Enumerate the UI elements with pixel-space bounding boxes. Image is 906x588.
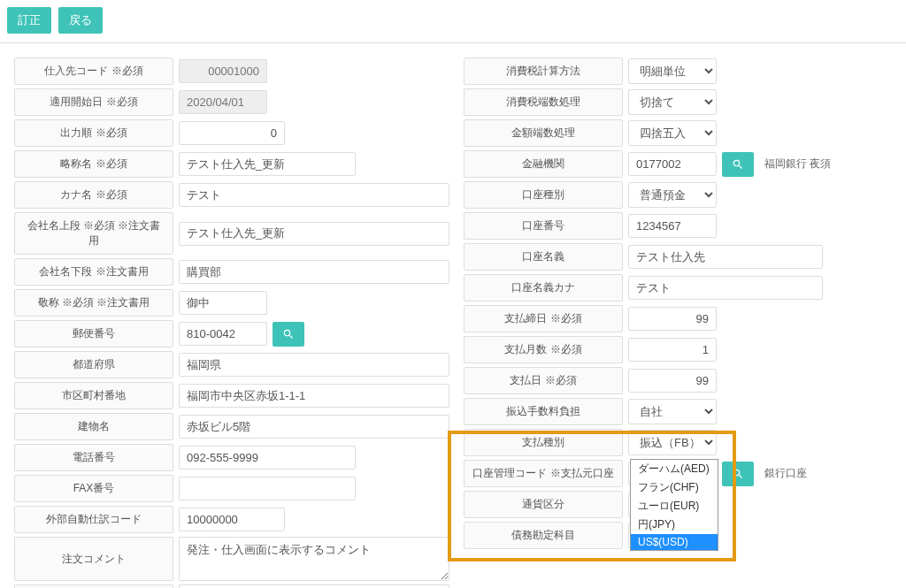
journal-code-input[interactable]: [179, 508, 285, 531]
account-kana-label: 口座名義カナ: [464, 274, 623, 302]
order-comment-input[interactable]: [179, 537, 449, 581]
right-column: 消費税計算方法 明細単位 消費税端数処理 切捨て 金額端数処理 四捨五入 金融機…: [464, 57, 899, 588]
phone-label: 電話番号: [14, 444, 173, 471]
company-lower-input[interactable]: [179, 260, 449, 284]
search-icon: [282, 328, 295, 340]
tax-rounding-select[interactable]: 切捨て: [628, 89, 717, 115]
pay-close-day-input[interactable]: [628, 307, 717, 331]
account-name-label: 口座名義: [464, 243, 623, 271]
prefecture-label: 都道府県: [14, 351, 173, 378]
account-mgmt-search-button[interactable]: [722, 462, 754, 486]
account-mgmt-label: 口座管理コード ※支払元口座: [464, 460, 623, 487]
bank-label: 金融機関: [464, 150, 623, 178]
search-icon: [732, 158, 744, 171]
start-date-label: 適用開始日 ※必須: [14, 88, 173, 116]
account-kana-input[interactable]: [628, 276, 823, 300]
tax-rounding-label: 消費税端数処理: [464, 88, 623, 116]
company-upper-label: 会社名上段 ※必須 ※注文書用: [14, 212, 173, 255]
currency-dropdown-list[interactable]: ダーハム(AED) フラン(CHF) ユーロ(EUR) 円(JPY) US$(U…: [630, 459, 718, 551]
fax-input[interactable]: [179, 477, 356, 500]
postal-search-button[interactable]: [273, 322, 304, 347]
honorific-input[interactable]: [179, 291, 267, 315]
supplier-code-label: 仕入先コード ※必須: [14, 57, 173, 85]
left-column: 仕入先コード ※必須 適用開始日 ※必須 出力順 ※必須 略称名 ※必須 カナ名…: [14, 57, 449, 588]
account-type-select[interactable]: 普通預金: [628, 182, 717, 208]
pay-months-input[interactable]: [628, 338, 717, 362]
kana-name-input[interactable]: [179, 183, 449, 207]
fee-bearer-select[interactable]: 自社: [628, 399, 717, 424]
correct-button[interactable]: 訂正: [7, 7, 51, 34]
tax-calc-select[interactable]: 明細単位: [628, 58, 717, 84]
bank-input[interactable]: [628, 152, 717, 176]
pay-day-input[interactable]: [628, 369, 717, 393]
account-no-input[interactable]: [628, 214, 717, 238]
city-input[interactable]: [179, 384, 449, 408]
start-date-input: [179, 90, 267, 114]
building-label: 建物名: [14, 413, 173, 440]
amount-rounding-label: 金額端数処理: [464, 119, 623, 147]
currency-label: 通貨区分: [464, 491, 623, 518]
currency-option[interactable]: ユーロ(EUR): [631, 497, 718, 515]
supplier-comment1-label: 仕入先コメント1: [14, 584, 173, 588]
company-upper-input[interactable]: [179, 222, 449, 246]
city-label: 市区町村番地: [14, 382, 173, 409]
pay-type-select[interactable]: 振込（FB）: [628, 430, 717, 455]
currency-option[interactable]: 円(JPY): [631, 515, 718, 534]
account-name-input[interactable]: [628, 245, 823, 269]
supplier-code-input: [179, 59, 267, 83]
amount-rounding-select[interactable]: 四捨五入: [628, 120, 717, 146]
account-mgmt-refname: 銀行口座: [759, 462, 812, 485]
journal-code-label: 外部自動仕訳コード: [14, 506, 173, 533]
currency-option-selected[interactable]: US$(USD): [631, 534, 718, 550]
output-order-input[interactable]: [179, 121, 285, 145]
search-icon: [732, 468, 744, 480]
short-name-label: 略称名 ※必須: [14, 150, 173, 178]
fee-bearer-label: 振込手数料負担: [464, 398, 623, 425]
back-button[interactable]: 戻る: [58, 7, 103, 34]
phone-input[interactable]: [179, 446, 356, 470]
ap-account-label: 債務勘定科目: [464, 522, 623, 549]
pay-close-day-label: 支払締日 ※必須: [464, 305, 623, 332]
postal-code-label: 郵便番号: [14, 320, 173, 347]
output-order-label: 出力順 ※必須: [14, 119, 173, 147]
short-name-input[interactable]: [179, 152, 356, 176]
pay-day-label: 支払日 ※必須: [464, 367, 623, 394]
bank-search-button[interactable]: [722, 152, 754, 177]
company-lower-label: 会社名下段 ※注文書用: [14, 258, 173, 286]
order-comment-label: 注文コメント: [14, 537, 173, 581]
postal-code-input[interactable]: [179, 322, 267, 346]
currency-option[interactable]: フラン(CHF): [631, 478, 718, 497]
honorific-label: 敬称 ※必須 ※注文書用: [14, 289, 173, 317]
account-no-label: 口座番号: [464, 212, 623, 240]
currency-option[interactable]: ダーハム(AED): [631, 460, 718, 478]
account-type-label: 口座種別: [464, 181, 623, 209]
bank-refname: 福岡銀行 夜須: [759, 152, 836, 176]
supplier-comment1-input[interactable]: [179, 584, 449, 588]
kana-name-label: カナ名 ※必須: [14, 181, 173, 209]
tax-calc-label: 消費税計算方法: [464, 57, 623, 85]
pay-months-label: 支払月数 ※必須: [464, 336, 623, 363]
building-input[interactable]: [179, 415, 449, 439]
pay-type-label: 支払種別: [464, 429, 623, 456]
prefecture-input[interactable]: [179, 353, 449, 377]
fax-label: FAX番号: [14, 475, 173, 502]
